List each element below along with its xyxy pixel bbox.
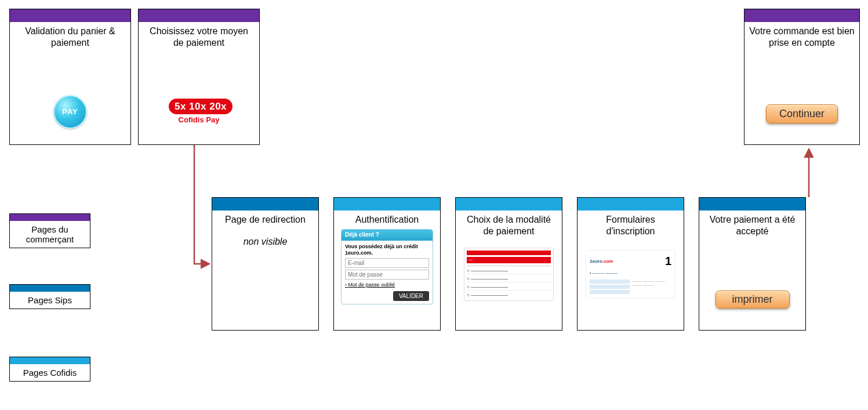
legend-bar (10, 214, 90, 221)
card-title: Choisissez votre moyen de paiement (143, 26, 255, 49)
auth-mini-head: Déjà client ? (342, 230, 433, 241)
card-paiement-accepte: Votre paiement a été accepté imprimer (699, 197, 806, 331)
cofidis-pay-logo: 5x 10x 20x Cofidis Pay (143, 99, 255, 125)
card-header-bar (578, 198, 684, 211)
imprimer-button[interactable]: imprimer (716, 291, 790, 309)
card-page-redirection: Page de redirection non visible (212, 197, 319, 331)
auth-mini-form: Déjà client ? Vous possédez déjà un créd… (341, 229, 433, 304)
pay-icon: PAY (53, 95, 87, 129)
card-subtitle: non visible (217, 236, 314, 248)
card-commande-confirmee: Votre commande est bien prise en compte … (744, 9, 860, 145)
legend-label: Pages Cofidis (10, 364, 90, 381)
valider-button[interactable]: VALIDER (393, 291, 429, 301)
card-title: Page de redirection (217, 214, 314, 226)
card-validation-panier: Validation du panier & paiement PAY (9, 9, 131, 145)
card-title: Choix de la modalité de paiement (460, 214, 557, 237)
legend-label: Pages Sips (10, 292, 90, 309)
choice-mini-preview: — ○ ———————— ○ ———————— ○ ———————— ○ ———… (464, 248, 554, 301)
card-title: Authentification (339, 214, 435, 226)
card-header-bar (456, 198, 562, 211)
forms-mini-preview: 1euro.com 1 • ——— ——— ——— ——— ——— ——— ——… (586, 250, 675, 298)
card-header-bar (10, 9, 130, 22)
card-choix-modalite: Choix de la modalité de paiement — ○ ———… (455, 197, 562, 331)
card-choisissez-moyen: Choisissez votre moyen de paiement 5x 10… (138, 9, 260, 145)
password-field[interactable] (345, 270, 429, 280)
card-formulaires-inscription: Formulaires d'inscription 1euro.com 1 • … (577, 197, 684, 331)
legend-merchant: Pages du commerçant (9, 213, 90, 248)
card-title: Votre commande est bien prise en compte (749, 26, 855, 49)
card-header-bar (139, 9, 259, 22)
card-title: Votre paiement a été accepté (704, 214, 801, 237)
legend-sips: Pages Sips (9, 284, 90, 309)
card-authentification: Authentification Déjà client ? Vous poss… (333, 197, 441, 331)
legend-bar (10, 357, 90, 364)
card-header-bar (334, 198, 440, 211)
card-title: Validation du panier & paiement (14, 26, 126, 49)
card-header-bar (744, 9, 859, 22)
legend-bar (10, 285, 90, 292)
legend-label: Pages du commerçant (10, 221, 90, 248)
continuer-button[interactable]: Continuer (766, 104, 838, 124)
email-field[interactable] (345, 258, 429, 268)
card-title: Formulaires d'inscription (582, 214, 679, 237)
auth-mini-text: Vous possédez déjà un crédit 1euro.com. (345, 244, 429, 257)
card-header-bar (699, 198, 805, 211)
forgot-password-link[interactable]: › Mot de passe oublié (345, 282, 395, 288)
payment-flow-diagram: Validation du panier & paiement PAY Choi… (0, 0, 868, 410)
card-header-bar (212, 198, 318, 211)
legend-cofidis: Pages Cofidis (9, 357, 90, 382)
